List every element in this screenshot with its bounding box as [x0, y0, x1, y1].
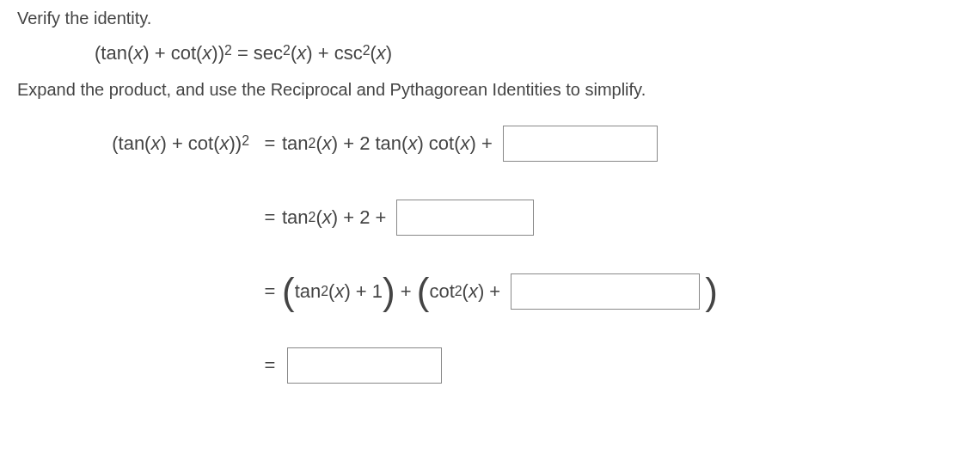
step-rhs: [282, 347, 447, 384]
var-x: x: [322, 206, 332, 229]
txt: ) + 2 +: [332, 206, 392, 229]
step-rhs: tan2(x) + 2 tan(x) cot(x) +: [282, 126, 663, 162]
txt: = sec: [232, 42, 283, 64]
txt: (: [315, 206, 322, 229]
answer-blank-1[interactable]: [503, 126, 658, 162]
txt: ) + 1: [344, 280, 383, 303]
txt: )): [211, 42, 224, 64]
txt: (tan(: [95, 42, 133, 64]
step-row-3: = ( tan2(x) + 1 ) + ( cot2(x) + ): [17, 273, 963, 310]
txt: ) +: [470, 132, 498, 155]
step-rhs: tan2(x) + 2 +: [282, 200, 539, 236]
problem-container: Verify the identity. (tan(x) + cot(x))2 …: [0, 0, 980, 430]
txt: (: [315, 132, 322, 155]
instruction-line-2: Expand the product, and use the Reciproc…: [17, 80, 963, 100]
var-x: x: [133, 42, 143, 64]
txt: (: [462, 280, 469, 303]
sup: 2: [455, 284, 462, 299]
txt: +: [395, 280, 417, 303]
sup: 2: [242, 133, 249, 148]
txt: )): [230, 132, 242, 154]
txt: tan: [295, 280, 322, 303]
sup: 2: [283, 43, 291, 58]
txt: ) + csc: [306, 42, 362, 64]
sup: 2: [309, 210, 316, 225]
sup: 2: [224, 43, 232, 58]
identity-expression: (tan(x) + cot(x))2 = sec2(x) + csc2(x): [17, 42, 963, 64]
step-row-1: (tan(x) + cot(x))2 = tan2(x) + 2 tan(x) …: [17, 126, 963, 162]
txt: cot: [429, 280, 454, 303]
txt: ) + cot(: [160, 132, 219, 154]
txt: ) +: [478, 280, 505, 303]
txt: ) + cot(: [143, 42, 202, 64]
step-row-4: =: [17, 347, 963, 384]
instruction-line-1: Verify the identity.: [17, 9, 963, 28]
var-x: x: [461, 132, 470, 155]
var-x: x: [202, 42, 211, 64]
answer-blank-3[interactable]: [511, 273, 700, 310]
sup: 2: [321, 284, 328, 299]
sup: 2: [309, 136, 316, 151]
var-x: x: [322, 132, 332, 155]
txt: (: [370, 42, 376, 64]
equals-sign: =: [258, 280, 282, 303]
step-rhs: ( tan2(x) + 1 ) + ( cot2(x) + ): [282, 273, 718, 310]
equals-sign: =: [258, 354, 282, 377]
var-x: x: [377, 42, 386, 64]
txt: tan: [282, 206, 309, 229]
txt: ) cot(: [417, 132, 460, 155]
txt: tan: [282, 132, 309, 155]
var-x: x: [297, 42, 306, 64]
var-x: x: [220, 132, 230, 154]
var-x: x: [469, 280, 478, 303]
var-x: x: [334, 280, 344, 303]
txt: ): [386, 42, 392, 64]
txt: ) + 2 tan(: [332, 132, 408, 155]
txt: (tan(: [112, 132, 150, 154]
answer-blank-2[interactable]: [396, 200, 534, 236]
answer-blank-4[interactable]: [287, 347, 442, 384]
step-row-2: = tan2(x) + 2 +: [17, 200, 963, 236]
var-x: x: [150, 132, 160, 154]
var-x: x: [407, 132, 417, 155]
equals-sign: =: [258, 132, 282, 155]
equals-sign: =: [258, 206, 282, 229]
step-lhs: (tan(x) + cot(x))2: [17, 132, 258, 155]
